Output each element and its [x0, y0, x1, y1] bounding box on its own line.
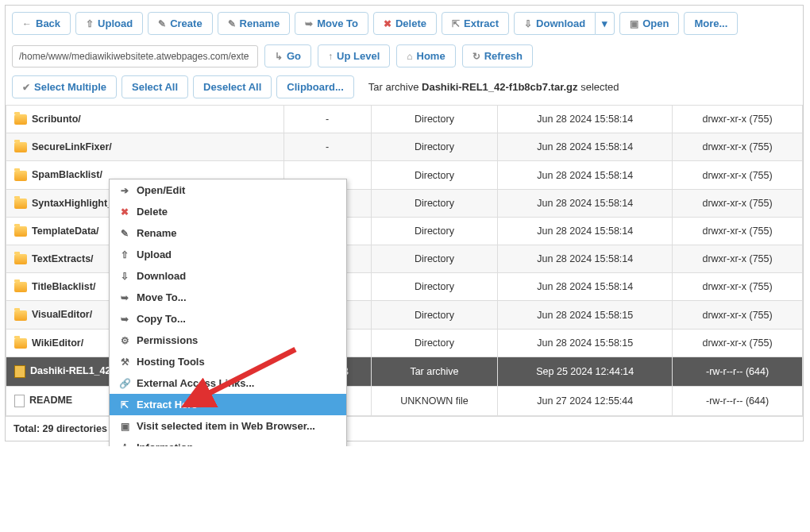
refresh-button[interactable]: ↻Refresh [462, 44, 533, 67]
ctx-external-links[interactable]: 🔗External Access Links... [110, 372, 346, 394]
ctx-visit-browser[interactable]: ▣Visit selected item in Web Browser... [110, 415, 346, 437]
folder-icon [14, 142, 27, 152]
file-date: Sep 25 2024 12:44:14 [498, 357, 673, 386]
file-date: Jun 28 2024 15:58:14 [498, 189, 673, 217]
gear-icon: ⚙ [119, 335, 130, 346]
file-permissions: -rw-r--r-- (644) [673, 386, 803, 415]
back-button[interactable]: ←Back [12, 12, 71, 35]
folder-icon [14, 114, 27, 125]
file-permissions: drwxr-xr-x (755) [673, 245, 803, 273]
path-input[interactable] [12, 45, 258, 67]
file-name: SecureLinkFixer/ [32, 141, 112, 152]
file-date: Jun 28 2024 15:58:14 [498, 161, 673, 189]
clipboard-button[interactable]: Clipboard... [276, 75, 354, 98]
more-button[interactable]: More... [684, 12, 738, 35]
ctx-copy-to[interactable]: ➥Copy To... [110, 308, 346, 330]
play-icon: ➔ [119, 185, 130, 196]
file-type: Directory [371, 189, 498, 217]
file-date: Jun 28 2024 15:58:14 [498, 217, 673, 245]
up-level-button[interactable]: ↑Up Level [318, 44, 390, 67]
download-button[interactable]: ⇩Download [514, 12, 596, 35]
select-all-button[interactable]: Select All [122, 75, 188, 98]
folder-icon [14, 171, 27, 181]
file-permissions: drwxr-xr-x (755) [673, 273, 803, 301]
file-date: Jun 27 2024 12:55:44 [498, 386, 673, 415]
ctx-open-edit[interactable]: ➔Open/Edit [110, 179, 346, 201]
file-name: TextExtracts/ [32, 253, 94, 264]
move-icon: ➥ [119, 292, 130, 303]
check-icon: ✔ [22, 82, 30, 93]
folder-icon [14, 338, 27, 349]
ctx-delete[interactable]: ✖Delete [110, 201, 346, 222]
archive-icon [14, 365, 25, 378]
file-permissions: drwxr-xr-x (755) [673, 161, 803, 189]
file-permissions: drwxr-xr-x (755) [673, 217, 803, 245]
open-icon: ▣ [630, 18, 638, 29]
upload-icon: ⇧ [86, 18, 94, 29]
file-date: Jun 28 2024 15:58:14 [498, 106, 673, 133]
file-name: Scribunto/ [32, 114, 81, 125]
download-dropdown[interactable]: ▾ [596, 12, 615, 35]
table-row[interactable]: SecureLinkFixer/-DirectoryJun 28 2024 15… [6, 133, 803, 161]
create-button[interactable]: ✎Create [148, 12, 212, 35]
ctx-move-to[interactable]: ➥Move To... [110, 287, 346, 308]
select-multiple-button[interactable]: ✔Select Multiple [12, 75, 117, 98]
file-manager-window: ←Back ⇧Upload ✎Create ✎Rename ➥Move To ✖… [5, 5, 804, 441]
copy-icon: ➥ [119, 314, 130, 325]
extract-icon: ⇱ [452, 18, 460, 29]
file-date: Jun 28 2024 15:58:14 [498, 245, 673, 273]
tools-icon: ⚒ [119, 357, 130, 368]
navigation-toolbar: ↳Go ↑Up Level ⌂Home ↻Refresh [6, 41, 803, 75]
ctx-extract-here[interactable]: ⇱Extract Here [110, 394, 346, 415]
home-icon: ⌂ [407, 51, 412, 62]
ctx-rename[interactable]: ✎Rename [110, 222, 346, 244]
ctx-permissions[interactable]: ⚙Permissions [110, 330, 346, 351]
file-date: Jun 28 2024 15:58:14 [498, 273, 673, 301]
move-icon: ➥ [305, 18, 313, 29]
delete-button[interactable]: ✖Delete [373, 12, 437, 35]
file-size: - [284, 106, 371, 133]
info-icon: ℹ [119, 442, 130, 446]
ctx-download[interactable]: ⇩Download [110, 265, 346, 287]
ctx-hosting-tools[interactable]: ⚒Hosting Tools [110, 351, 346, 372]
go-icon: ↳ [275, 51, 283, 62]
file-name: WikiEditor/ [32, 337, 83, 349]
file-type: Directory [371, 245, 498, 273]
open-button[interactable]: ▣Open [619, 12, 679, 35]
file-type: Directory [371, 329, 498, 357]
extract-icon: ⇱ [119, 399, 130, 411]
file-type: Tar archive [371, 357, 498, 386]
rename-button[interactable]: ✎Rename [218, 12, 291, 35]
rename-icon: ✎ [228, 18, 236, 29]
upload-button[interactable]: ⇧Upload [75, 12, 143, 35]
link-icon: 🔗 [119, 378, 130, 389]
refresh-icon: ↻ [472, 51, 480, 62]
file-permissions: -rw-r--r-- (644) [673, 357, 803, 386]
file-name: SpamBlacklist/ [32, 169, 102, 180]
selection-status: Tar archive Dashiki-REL1_42-f1b8cb7.tar.… [368, 81, 619, 93]
delete-icon: ✖ [119, 206, 130, 218]
file-name: README [29, 395, 72, 406]
folder-icon [14, 282, 27, 292]
upload-icon: ⇧ [119, 249, 130, 260]
deselect-all-button[interactable]: Deselect All [193, 75, 272, 98]
file-permissions: drwxr-xr-x (755) [673, 133, 803, 161]
selection-toolbar: ✔Select Multiple Select All Deselect All… [6, 75, 803, 105]
pencil-icon: ✎ [119, 228, 130, 239]
ctx-information[interactable]: ℹInformation... [110, 437, 346, 446]
extract-button[interactable]: ⇱Extract [442, 12, 509, 35]
ctx-upload[interactable]: ⇧Upload [110, 244, 346, 265]
file-name: SyntaxHighlight_ [32, 198, 113, 209]
file-permissions: drwxr-xr-x (755) [673, 189, 803, 217]
home-button[interactable]: ⌂Home [396, 44, 455, 67]
file-date: Jun 28 2024 15:58:15 [498, 329, 673, 357]
folder-icon [14, 310, 27, 321]
move-to-button[interactable]: ➥Move To [295, 12, 368, 35]
file-type: Directory [371, 301, 498, 329]
go-button[interactable]: ↳Go [264, 44, 311, 67]
file-permissions: drwxr-xr-x (755) [673, 106, 803, 133]
table-row[interactable]: Scribunto/-DirectoryJun 28 2024 15:58:14… [6, 106, 803, 133]
browser-icon: ▣ [119, 421, 130, 432]
file-permissions: drwxr-xr-x (755) [673, 329, 803, 357]
file-name: VisualEditor/ [32, 309, 92, 320]
